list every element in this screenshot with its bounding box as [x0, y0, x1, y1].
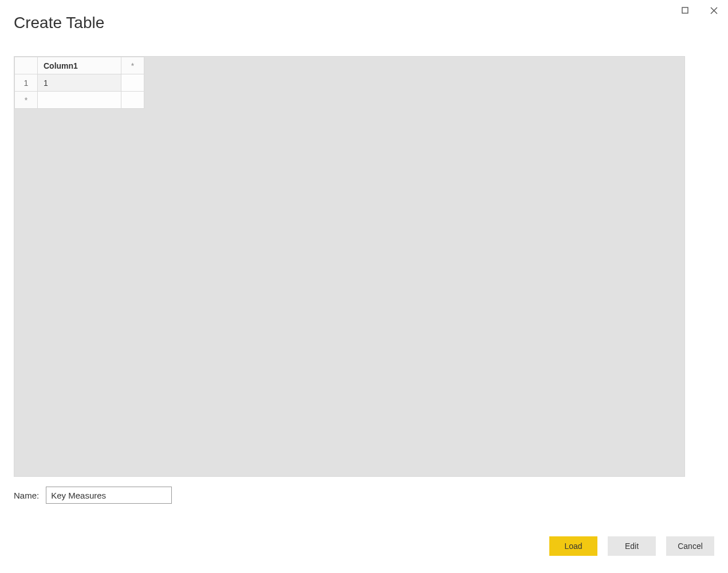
name-label: Name: [14, 491, 39, 500]
add-column-button[interactable]: * [121, 57, 144, 74]
maximize-icon [682, 7, 688, 14]
cancel-button[interactable]: Cancel [666, 536, 714, 556]
svg-rect-0 [682, 7, 688, 13]
name-row: Name: [14, 487, 172, 504]
close-button[interactable] [705, 3, 722, 17]
name-input[interactable] [46, 487, 172, 504]
add-row-button[interactable]: * [15, 92, 38, 109]
row-tail-cell[interactable] [121, 74, 144, 92]
close-icon [710, 7, 718, 14]
empty-cell[interactable] [121, 92, 144, 109]
row-index[interactable]: 1 [15, 74, 38, 92]
column-header[interactable]: Column1 [38, 57, 121, 74]
table-row[interactable]: 1 1 [15, 74, 144, 92]
data-cell[interactable]: 1 [38, 74, 121, 92]
grid-corner-cell[interactable] [15, 57, 38, 74]
empty-cell[interactable] [38, 92, 121, 109]
data-grid[interactable]: Column1 * 1 1 * [14, 57, 144, 109]
data-grid-area: Column1 * 1 1 * [14, 56, 685, 477]
maximize-button[interactable] [676, 3, 694, 17]
button-row: Load Edit Cancel [549, 536, 714, 556]
edit-button[interactable]: Edit [608, 536, 656, 556]
dialog-title: Create Table [14, 14, 104, 32]
load-button[interactable]: Load [549, 536, 597, 556]
add-row[interactable]: * [15, 92, 144, 109]
